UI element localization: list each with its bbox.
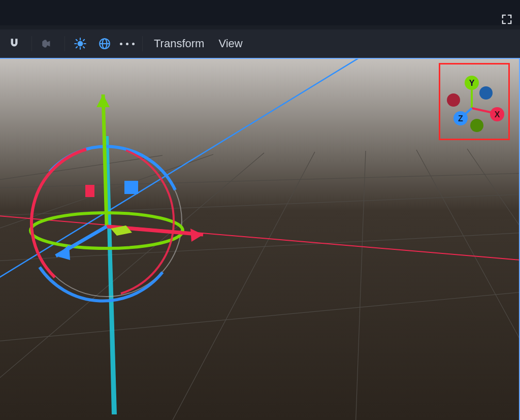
separator [64, 36, 65, 51]
neg-y-handle[interactable] [470, 119, 483, 132]
svg-text:Z: Z [458, 114, 463, 123]
pos-z-handle[interactable]: Z [453, 111, 468, 125]
separator [31, 36, 32, 51]
preview-sun-button[interactable] [69, 33, 91, 55]
xy-plane-handle[interactable] [124, 181, 138, 194]
expand-icon [501, 14, 512, 25]
neg-x-handle[interactable] [447, 93, 460, 107]
sun-icon [74, 37, 87, 50]
viewport-toolbar: Transform View [0, 29, 520, 58]
3d-viewport[interactable]: Y X Z [0, 58, 520, 420]
dots-icon [120, 43, 122, 45]
svg-text:X: X [495, 110, 500, 119]
separator [142, 36, 143, 51]
snap-button[interactable] [3, 33, 25, 55]
orientation-gizmo[interactable]: Y X Z [439, 63, 510, 140]
world-env-button[interactable] [93, 33, 116, 55]
camera-preview-button[interactable] [36, 33, 58, 55]
globe-icon [98, 37, 111, 50]
pos-x-handle[interactable]: X [490, 107, 504, 121]
window-top-region [0, 5, 520, 25]
pos-y-handle[interactable]: Y [465, 76, 479, 90]
menu-transform[interactable]: Transform [147, 37, 211, 50]
expand-button[interactable] [500, 12, 514, 26]
magnet-icon [8, 37, 21, 50]
yz-plane-handle[interactable] [85, 185, 94, 197]
camera-icon [41, 37, 54, 50]
neg-z-handle[interactable] [479, 86, 493, 100]
svg-point-0 [78, 42, 83, 46]
menu-view[interactable]: View [211, 37, 249, 50]
more-options-button[interactable] [118, 33, 136, 55]
svg-text:Y: Y [469, 79, 475, 87]
